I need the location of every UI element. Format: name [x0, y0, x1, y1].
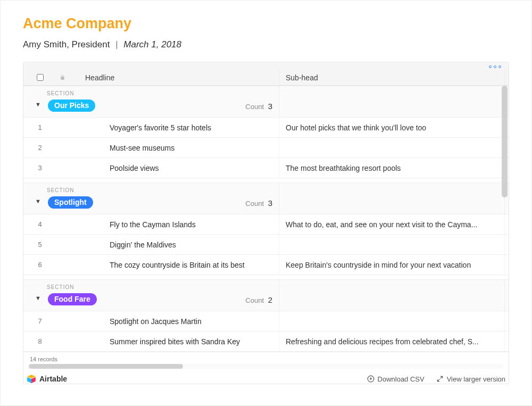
cell-headline[interactable]: Summer inspired bites with Sandra Key: [85, 337, 279, 346]
collapse-group-icon[interactable]: ▼: [35, 101, 43, 107]
group-type-label: SECTION: [47, 187, 74, 193]
cell-subhead[interactable]: Refreshing and delicious recipes from ce…: [279, 332, 504, 351]
collapse-group-icon[interactable]: ▼: [35, 295, 43, 301]
view-larger-link[interactable]: View larger version: [436, 375, 505, 383]
brand-label: Airtable: [39, 375, 67, 383]
cell-headline[interactable]: Diggin' the Maldives: [85, 241, 279, 249]
group-name-pill[interactable]: Spotlight: [48, 196, 93, 209]
cell-subhead[interactable]: The most breathtaking resort pools: [279, 158, 504, 178]
group-count: Count 3: [245, 198, 279, 208]
row-number: 1: [23, 123, 56, 131]
more-options-icon[interactable]: [489, 65, 501, 68]
byline-author: Amy Smith, President: [23, 39, 110, 49]
download-csv-link[interactable]: Download CSV: [367, 375, 425, 383]
row-number: 7: [23, 317, 56, 325]
cell-section-tag[interactable]: Food: [504, 311, 509, 331]
column-header-section[interactable]: Section: [504, 70, 509, 85]
view-larger-label: View larger version: [447, 375, 505, 383]
table-row[interactable]: 8Summer inspired bites with Sandra KeyRe…: [23, 332, 509, 352]
cell-section-tag[interactable]: Spotli: [504, 255, 509, 275]
row-number: 6: [23, 261, 56, 269]
byline-date: March 1, 2018: [123, 39, 181, 49]
cell-subhead[interactable]: [279, 138, 504, 158]
group-header: SECTION▼SpotlightCount 3: [23, 183, 509, 214]
table-footer: 14 records: [23, 352, 509, 369]
select-all-checkbox[interactable]: [23, 74, 56, 81]
group-type-label: SECTION: [47, 90, 74, 96]
group-name-pill[interactable]: Food Fare: [48, 293, 97, 305]
cell-headline[interactable]: Voyager's favorite 5 star hotels: [85, 123, 279, 132]
table-row[interactable]: 4Fly to the Cayman IslandsWhat to do, ea…: [23, 214, 509, 235]
group-header: SECTION▼Our PicksCount 3: [23, 86, 509, 118]
group-header: SECTION▼Food FareCount 2: [23, 279, 509, 311]
group-name-pill[interactable]: Our Picks: [48, 100, 95, 112]
table-container: Headline Sub-head Section SECTION▼Our Pi…: [23, 62, 509, 384]
cell-subhead[interactable]: What to do, eat, and see on your next vi…: [279, 214, 504, 234]
row-number: 3: [23, 164, 56, 172]
table-row[interactable]: 7Spotlight on Jacques MartinFood: [23, 311, 509, 332]
table-body: SECTION▼Our PicksCount 31Voyager's favor…: [23, 86, 509, 352]
row-number: 5: [23, 241, 56, 248]
row-number: 8: [23, 337, 56, 345]
airtable-logo-icon: [27, 374, 36, 384]
expand-icon: [436, 375, 444, 383]
vertical-scrollbar-thumb[interactable]: [502, 86, 508, 197]
cell-subhead[interactable]: Our hotel picks that we think you'll lov…: [279, 118, 504, 137]
byline-separator: |: [112, 39, 121, 49]
byline: Amy Smith, President | March 1, 2018: [23, 39, 509, 50]
cell-headline[interactable]: Spotlight on Jacques Martin: [85, 317, 279, 326]
group-count: Count 3: [245, 102, 279, 111]
download-csv-label: Download CSV: [378, 375, 425, 383]
company-title: Acme Company: [23, 15, 509, 32]
cell-subhead[interactable]: Keep Britain's countryside in mind for y…: [279, 255, 504, 275]
cell-headline[interactable]: The cozy countryside is Britain at its b…: [85, 261, 279, 269]
download-icon: [367, 375, 375, 383]
cell-section-tag[interactable]: Spotli: [504, 214, 509, 234]
collapse-group-icon[interactable]: ▼: [35, 198, 43, 204]
group-count: Count 2: [245, 295, 279, 304]
cell-headline[interactable]: Must-see museums: [85, 144, 279, 152]
cell-headline[interactable]: Poolside views: [85, 164, 279, 172]
table-row[interactable]: 1Voyager's favorite 5 star hotelsOur hot…: [23, 118, 509, 138]
cell-subhead[interactable]: [279, 235, 504, 254]
table-row[interactable]: 3Poolside viewsThe most breathtaking res…: [23, 158, 509, 178]
row-number: 4: [23, 220, 56, 228]
cell-headline[interactable]: Fly to the Cayman Islands: [85, 220, 279, 229]
horizontal-scrollbar[interactable]: [29, 364, 503, 369]
table-row[interactable]: 2Must-see museumsOur P: [23, 138, 509, 158]
lock-icon: [56, 74, 85, 80]
cell-section-tag[interactable]: Spotli: [504, 235, 509, 254]
group-type-label: SECTION: [47, 284, 74, 290]
column-header-headline[interactable]: Headline: [85, 70, 279, 85]
table-header-row: Headline Sub-head Section: [23, 62, 509, 86]
column-header-subhead[interactable]: Sub-head: [279, 70, 504, 85]
table-row[interactable]: 5Diggin' the MaldivesSpotli: [23, 235, 509, 255]
cell-section-tag[interactable]: Food: [504, 332, 509, 351]
table-row[interactable]: 6The cozy countryside is Britain at its …: [23, 255, 509, 275]
row-number: 2: [23, 144, 56, 152]
horizontal-scrollbar-thumb[interactable]: [29, 364, 183, 369]
records-count: 14 records: [29, 354, 503, 364]
bottom-actions-bar: Airtable Download CSV View larger versio…: [23, 369, 509, 384]
cell-subhead[interactable]: [279, 311, 504, 331]
airtable-brand[interactable]: Airtable: [27, 374, 67, 384]
